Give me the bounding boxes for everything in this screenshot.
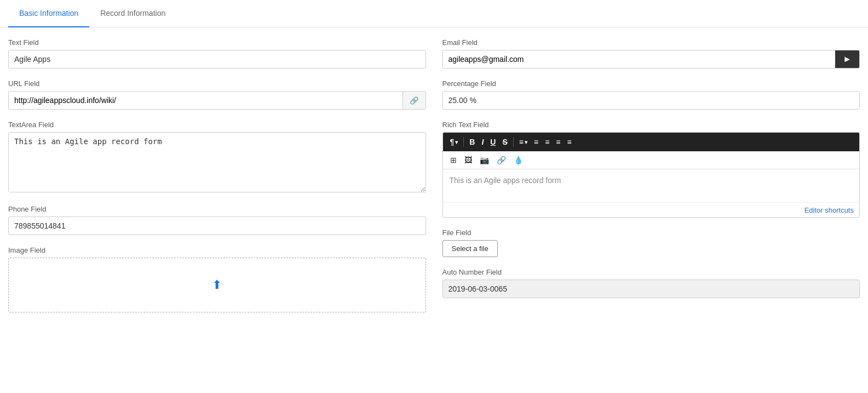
underline-icon: U xyxy=(490,138,496,146)
email-field-label: Email Field xyxy=(442,38,860,47)
italic-icon: I xyxy=(481,138,484,146)
video-icon: 📷 xyxy=(480,156,489,164)
rte-indent-decrease-button[interactable]: ≡ xyxy=(553,136,563,148)
file-field-label: File Field xyxy=(442,229,860,237)
rich-text-value: This is an Agile apps record form xyxy=(450,176,561,185)
ordered-list-icon: ≡ xyxy=(545,138,549,146)
file-field-group: File Field Select a file xyxy=(442,229,860,257)
textarea-field-label: TextArea Field xyxy=(8,121,426,129)
image-upload-area[interactable]: ⬆ xyxy=(8,258,426,312)
percentage-field-label: Percentage Field xyxy=(442,79,860,88)
rich-text-field-label: Rich Text Field xyxy=(442,121,860,129)
rte-align-button[interactable]: ≡ ▾ xyxy=(516,136,530,148)
phone-field-input[interactable] xyxy=(8,217,426,235)
color-icon: 💧 xyxy=(514,156,523,164)
paragraph-icon: ¶ xyxy=(450,138,455,146)
percentage-field-group: Percentage Field xyxy=(442,79,860,110)
auto-number-field-label: Auto Number Field xyxy=(442,268,860,276)
rte-table-button[interactable]: ⊞ xyxy=(447,154,459,166)
email-field-input[interactable] xyxy=(443,50,836,68)
url-field-group: URL Field 🔗 xyxy=(8,79,426,110)
text-field-label: Text Field xyxy=(8,38,426,47)
tabs-container: Basic Information Record Information xyxy=(0,0,868,27)
upload-icon: ⬆ xyxy=(212,278,222,292)
form-body: Text Field URL Field 🔗 TextArea Field Th… xyxy=(0,27,868,334)
rte-italic-button[interactable]: I xyxy=(479,136,486,148)
table-icon: ⊞ xyxy=(450,156,457,164)
bold-icon: B xyxy=(469,138,475,146)
tab-basic-information[interactable]: Basic Information xyxy=(8,0,89,27)
image-icon: 🖼 xyxy=(464,156,472,164)
rich-text-content[interactable]: This is an Agile apps record form xyxy=(443,169,860,202)
rte-indent-increase-button[interactable]: ≡ xyxy=(564,136,574,148)
phone-field-group: Phone Field xyxy=(8,205,426,235)
textarea-field-input[interactable]: This is an Agile app record form xyxy=(8,132,426,192)
send-icon: ► xyxy=(843,54,852,64)
image-field-group: Image Field ⬆ xyxy=(8,246,426,312)
link-icon: 🔗 xyxy=(410,96,419,105)
editor-shortcuts-link[interactable]: Editor shortcuts xyxy=(804,206,854,214)
rte-toolbar-row1: ¶ ▾ B I U S xyxy=(443,133,860,151)
link-icon: 🔗 xyxy=(497,156,506,164)
rte-video-button[interactable]: 📷 xyxy=(477,154,492,166)
rte-separator-1 xyxy=(463,137,464,147)
rte-separator-2 xyxy=(513,137,514,147)
rich-text-editor: ¶ ▾ B I U S xyxy=(442,132,860,218)
percentage-field-input[interactable] xyxy=(442,91,860,110)
url-field-wrapper: 🔗 xyxy=(8,91,426,110)
strikethrough-icon: S xyxy=(502,138,507,146)
textarea-field-group: TextArea Field This is an Agile app reco… xyxy=(8,121,426,194)
url-field-input[interactable] xyxy=(9,92,403,109)
rte-strikethrough-button[interactable]: S xyxy=(499,136,510,148)
email-send-button[interactable]: ► xyxy=(835,50,859,68)
right-column: Email Field ► Percentage Field Rich Text… xyxy=(442,38,860,323)
email-field-wrapper: ► xyxy=(442,50,860,69)
auto-number-field-input xyxy=(442,280,860,298)
url-link-icon-button[interactable]: 🔗 xyxy=(403,92,426,109)
rte-toolbar-row2: ⊞ 🖼 📷 🔗 💧 xyxy=(443,151,860,169)
text-field-input[interactable] xyxy=(8,50,426,69)
rte-footer: Editor shortcuts xyxy=(443,202,860,217)
rte-underline-button[interactable]: U xyxy=(487,136,498,148)
text-field-group: Text Field xyxy=(8,38,426,69)
email-field-group: Email Field ► xyxy=(442,38,860,69)
rte-color-button[interactable]: 💧 xyxy=(511,154,526,166)
rte-link-button[interactable]: 🔗 xyxy=(494,154,509,166)
align-icon: ≡ xyxy=(519,138,524,146)
rte-paragraph-button[interactable]: ¶ ▾ xyxy=(447,136,461,148)
indent-increase-icon: ≡ xyxy=(567,138,571,146)
paragraph-dropdown-arrow: ▾ xyxy=(455,139,458,145)
bullet-list-icon: ≡ xyxy=(534,138,538,146)
url-field-label: URL Field xyxy=(8,79,426,88)
rich-text-field-group: Rich Text Field ¶ ▾ B I U xyxy=(442,121,860,218)
tab-record-information[interactable]: Record Information xyxy=(89,0,176,27)
rte-image-button[interactable]: 🖼 xyxy=(462,154,475,166)
image-field-label: Image Field xyxy=(8,246,426,254)
indent-decrease-icon: ≡ xyxy=(556,138,560,146)
left-column: Text Field URL Field 🔗 TextArea Field Th… xyxy=(8,38,442,323)
auto-number-field-group: Auto Number Field xyxy=(442,268,860,298)
rte-bullet-list-button[interactable]: ≡ xyxy=(531,136,541,148)
phone-field-label: Phone Field xyxy=(8,205,426,213)
rte-bold-button[interactable]: B xyxy=(467,136,478,148)
select-file-button[interactable]: Select a file xyxy=(442,240,498,257)
align-dropdown-arrow: ▾ xyxy=(525,139,527,145)
rte-ordered-list-button[interactable]: ≡ xyxy=(542,136,552,148)
